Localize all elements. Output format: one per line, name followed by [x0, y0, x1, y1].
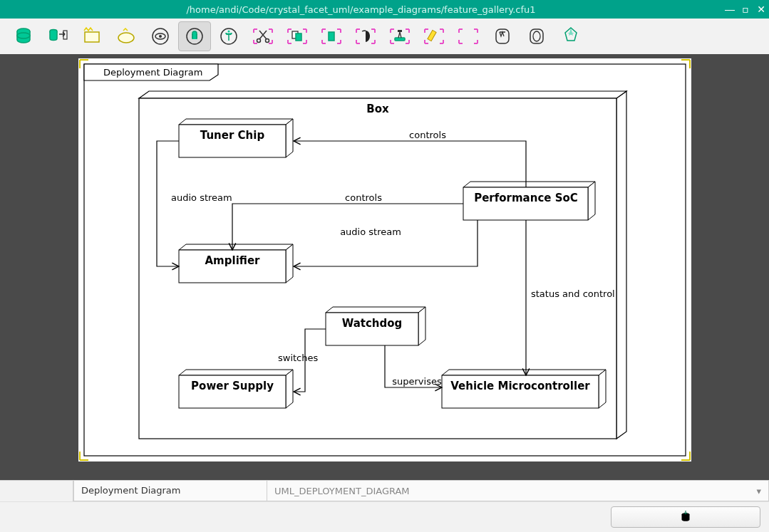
bottom-left-pane [0, 481, 73, 501]
titlebar: /home/andi/Code/crystal_facet_uml/exampl… [0, 0, 769, 19]
export-icon[interactable] [41, 21, 74, 51]
name-field[interactable]: Deployment Diagram [73, 481, 267, 501]
new-diagram-icon[interactable] [110, 21, 143, 51]
database-icon[interactable] [7, 21, 40, 51]
svg-rect-18 [398, 30, 402, 32]
about-icon[interactable] [554, 21, 587, 51]
delete-icon[interactable] [349, 21, 382, 51]
instantiate-icon[interactable] [383, 21, 416, 51]
minimize-button[interactable]: ― [722, 1, 738, 17]
window-title: /home/andi/Code/crystal_facet_uml/exampl… [0, 4, 722, 15]
paste-icon[interactable] [315, 21, 348, 51]
svg-rect-17 [395, 38, 405, 41]
svg-point-13 [266, 39, 269, 43]
redo-icon[interactable] [520, 21, 553, 51]
edge-audio-2-label: audio stream [340, 226, 401, 237]
diagram-tab-label: Deployment Diagram [103, 67, 202, 78]
svg-point-22 [533, 31, 540, 41]
edit-icon[interactable] [178, 21, 211, 51]
svg-point-12 [257, 39, 261, 43]
close-button[interactable]: ✕ [753, 1, 769, 17]
toolbar [0, 19, 769, 54]
node-tuner-label: Tuner Chip [200, 129, 264, 142]
edge-switches-label: switches [278, 353, 318, 363]
node-watchdog[interactable]: Watchdog [326, 307, 425, 345]
svg-rect-16 [329, 32, 334, 41]
edge-controls-2-label: controls [345, 192, 382, 203]
node-watchdog-label: Watchdog [341, 317, 402, 330]
edge-supervises-label: supervises [392, 376, 442, 387]
edge-controls-1-label: controls [409, 130, 446, 140]
canvas-area[interactable]: Deployment Diagram Box Tuner Chip Perfor… [0, 54, 769, 480]
chevron-down-icon: ▾ [756, 486, 761, 496]
node-vmc-label: Vehicle Microcontroller [450, 380, 590, 392]
diagram-canvas[interactable]: Deployment Diagram Box Tuner Chip Perfor… [78, 58, 691, 461]
svg-rect-15 [296, 33, 301, 41]
view-icon[interactable] [144, 21, 177, 51]
undo-icon[interactable] [486, 21, 519, 51]
reset-icon[interactable] [452, 21, 485, 51]
svg-point-5 [118, 33, 134, 43]
copy-icon[interactable] [281, 21, 314, 51]
maximize-button[interactable]: ▫ [738, 1, 753, 17]
node-amplifier-label: Amplifier [205, 254, 260, 267]
box-title: Box [366, 103, 389, 115]
svg-rect-4 [85, 32, 99, 42]
cut-icon[interactable] [247, 21, 279, 51]
svg-rect-19 [428, 30, 436, 41]
edge-status-label: status and control [531, 288, 615, 299]
type-dropdown[interactable]: UML_DEPLOYMENT_DIAGRAM ▾ [267, 481, 769, 501]
node-soc[interactable]: Performance SoC [463, 182, 595, 220]
edge-audio-1-label: audio stream [171, 192, 232, 203]
bottom-panel: Deployment Diagram UML_DEPLOYMENT_DIAGRA… [0, 480, 769, 532]
svg-point-11 [228, 31, 230, 33]
commit-button[interactable] [611, 506, 760, 528]
highlight-icon[interactable] [418, 21, 450, 51]
svg-point-8 [159, 35, 162, 38]
node-vmc[interactable]: Vehicle Microcontroller [442, 370, 606, 408]
node-power-supply[interactable]: Power Supply [179, 370, 293, 408]
node-tuner[interactable]: Tuner Chip [179, 119, 293, 157]
create-icon[interactable] [212, 21, 245, 51]
node-amplifier[interactable]: Amplifier [179, 244, 293, 283]
node-ps-label: Power Supply [191, 380, 274, 392]
new-window-icon[interactable] [76, 21, 108, 51]
node-soc-label: Performance SoC [474, 192, 578, 204]
type-dropdown-value: UML_DEPLOYMENT_DIAGRAM [274, 486, 410, 496]
